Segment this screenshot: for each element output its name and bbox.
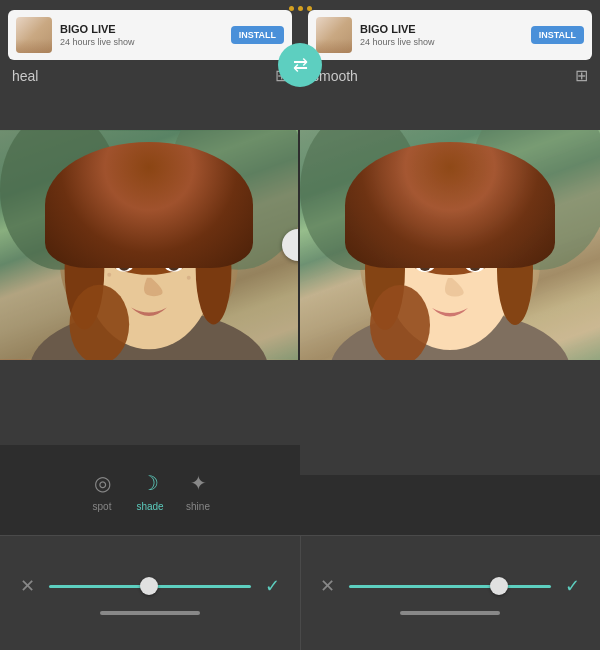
swap-icon: ⇄ bbox=[293, 54, 308, 76]
svg-point-27 bbox=[419, 259, 431, 271]
action-row-left: ✕ ✓ bbox=[16, 571, 284, 601]
install-button-right[interactable]: INSTALL bbox=[531, 26, 584, 44]
install-button-left[interactable]: INSTALL bbox=[231, 26, 284, 44]
ad-avatar-right bbox=[316, 17, 352, 53]
slider-thumb-right[interactable] bbox=[490, 577, 508, 595]
ad-avatar-left bbox=[16, 17, 52, 53]
svg-point-6 bbox=[77, 166, 220, 275]
tool-spot[interactable]: ◎ spot bbox=[88, 469, 116, 512]
portrait-svg-right bbox=[300, 130, 600, 360]
action-bar-left: ✕ ✓ bbox=[0, 535, 300, 650]
ad-banner-right[interactable]: BIGO LIVE 24 hours live show INSTALL bbox=[308, 10, 592, 60]
swap-button[interactable]: ⇄ bbox=[278, 43, 322, 87]
ad-subtitle-left: 24 hours live show bbox=[60, 37, 231, 47]
dot-indicator bbox=[298, 6, 303, 11]
svg-point-14 bbox=[107, 273, 111, 277]
ad-text-right: BIGO LIVE 24 hours live show bbox=[360, 23, 531, 46]
image-panel-right[interactable] bbox=[300, 130, 600, 360]
svg-point-29 bbox=[469, 259, 481, 271]
home-indicator-right bbox=[400, 611, 500, 615]
portrait-svg-left bbox=[0, 130, 298, 360]
top-dots bbox=[0, 6, 600, 11]
left-panel: BIGO LIVE 24 hours live show INSTALL hea… bbox=[0, 0, 300, 130]
confirm-button-right[interactable]: ✓ bbox=[561, 571, 584, 601]
slider-left[interactable] bbox=[49, 585, 251, 588]
ad-banner-left[interactable]: BIGO LIVE 24 hours live show INSTALL bbox=[8, 10, 292, 60]
confirm-button-left[interactable]: ✓ bbox=[261, 571, 284, 601]
tool-shade[interactable]: ☽ shade bbox=[136, 469, 164, 512]
top-section: BIGO LIVE 24 hours live show INSTALL hea… bbox=[0, 0, 600, 130]
svg-point-11 bbox=[118, 259, 130, 271]
action-bars: ✕ ✓ ✕ ✓ bbox=[0, 535, 600, 650]
svg-point-15 bbox=[187, 276, 191, 280]
slider-right[interactable] bbox=[349, 585, 551, 588]
shine-label: shine bbox=[186, 501, 210, 512]
split-icon-right: ⊞ bbox=[575, 66, 588, 85]
shine-icon: ✦ bbox=[184, 469, 212, 497]
portrait-smooth bbox=[300, 130, 600, 360]
ad-title-right: BIGO LIVE bbox=[360, 23, 531, 36]
tools-row: ◎ spot ☽ shade ✦ shine bbox=[88, 469, 212, 512]
cancel-button-right[interactable]: ✕ bbox=[316, 571, 339, 601]
right-panel: BIGO LIVE 24 hours live show INSTALL smo… bbox=[300, 0, 600, 130]
ad-subtitle-right: 24 hours live show bbox=[360, 37, 531, 47]
slider-thumb-left[interactable] bbox=[140, 577, 158, 595]
home-indicator bbox=[100, 611, 200, 615]
cancel-button-left[interactable]: ✕ bbox=[16, 571, 39, 601]
shade-icon: ☽ bbox=[136, 469, 164, 497]
ad-title-left: BIGO LIVE bbox=[60, 23, 231, 36]
svg-point-8 bbox=[196, 215, 232, 324]
svg-point-24 bbox=[497, 215, 533, 325]
left-label-row: heal ⊞ bbox=[0, 66, 300, 85]
action-bar-right: ✕ ✓ bbox=[300, 535, 600, 650]
svg-point-22 bbox=[378, 165, 522, 275]
action-row-right: ✕ ✓ bbox=[316, 571, 584, 601]
tools-section: ◎ spot ☽ shade ✦ shine bbox=[0, 445, 300, 535]
ad-text-left: BIGO LIVE 24 hours live show bbox=[60, 23, 231, 46]
spot-icon: ◎ bbox=[88, 469, 116, 497]
dot-indicator bbox=[289, 6, 294, 11]
image-panel-left[interactable] bbox=[0, 130, 300, 360]
dot-indicator bbox=[307, 6, 312, 11]
heal-label: heal bbox=[12, 68, 38, 84]
svg-point-18 bbox=[470, 130, 600, 270]
tool-shine[interactable]: ✦ shine bbox=[184, 469, 212, 512]
spot-label: spot bbox=[93, 501, 112, 512]
right-label-row: smooth ⊞ bbox=[300, 66, 600, 85]
image-comparison[interactable] bbox=[0, 130, 600, 360]
svg-point-13 bbox=[168, 259, 180, 271]
shade-label: shade bbox=[136, 501, 163, 512]
portrait-original bbox=[0, 130, 298, 360]
svg-point-2 bbox=[169, 130, 298, 270]
